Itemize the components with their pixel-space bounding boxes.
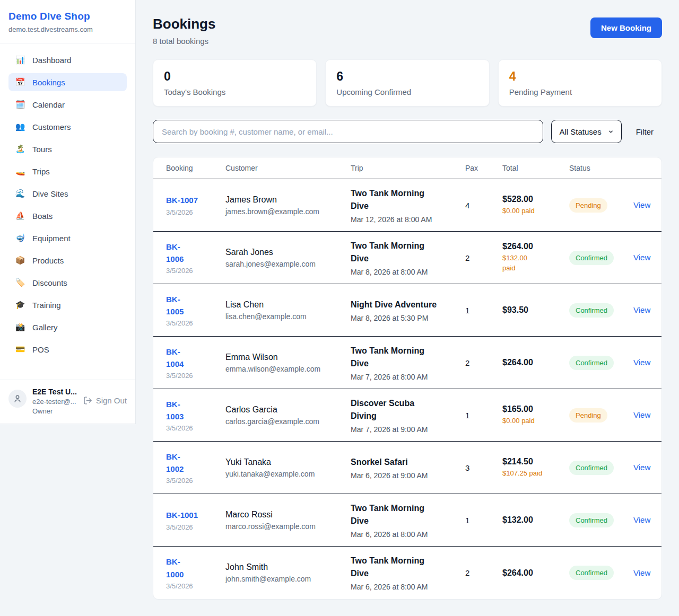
booking-date: 3/5/2026 [166,267,218,275]
stat-value: 6 [336,69,478,84]
trip-name: Two Tank Morning Dive [351,502,458,527]
gallery-icon: 📸 [15,322,25,332]
stat-card: 4 Pending Payment [498,59,662,107]
page-title: Bookings [153,16,215,32]
table-body: BK-1007 3/5/2026 James Brown james.brown… [153,179,661,599]
table-row: BK-1001 3/5/2026 Marco Rossi marco.rossi… [153,494,661,547]
sign-out-label: Sign Out [96,396,127,405]
stats-cards: 0 Today's Bookings 6 Upcoming Confirmed … [153,59,662,107]
sidebar-item-training[interactable]: 🎓 Training [8,296,127,314]
booking-id-link[interactable]: BK- 1006 [166,241,218,266]
customer-name: Yuki Tanaka [225,457,343,467]
view-link[interactable]: View [633,253,650,262]
user-meta: E2E Test U... e2e-tester@... Owner [32,388,77,415]
customer-name: Lisa Chen [225,300,343,310]
view-link[interactable]: View [633,568,650,577]
paid-amount: $132.00 paid [502,253,562,274]
stat-label: Pending Payment [509,87,651,96]
sidebar: Demo Dive Shop demo.test.divestreams.com… [0,0,136,424]
status-badge: Confirmed [569,566,614,580]
search-input[interactable] [153,120,543,143]
sidebar-item-tours[interactable]: 🏝️ Tours [8,140,127,158]
booking-id-link[interactable]: BK-1007 [166,194,218,206]
pax-count: 1 [465,306,502,315]
booking-date: 3/5/2026 [166,523,218,531]
status-badge: Confirmed [569,251,614,265]
sidebar-item-label: Dashboard [32,56,71,65]
sidebar-item-products[interactable]: 📦 Products [8,251,127,269]
booking-id-link[interactable]: BK- 1004 [166,346,218,371]
trip-name: Two Tank Morning Dive [351,187,458,213]
customer-email: sarah.jones@example.com [225,260,343,268]
sidebar-item-boats[interactable]: ⛵ Boats [8,207,127,225]
sidebar-item-equipment[interactable]: 🤿 Equipment [8,229,127,247]
booking-id-link[interactable]: BK- 1005 [166,293,218,318]
status-select-value: All Statuses [559,127,601,136]
sidebar-item-pos[interactable]: 💳 POS [8,340,127,358]
dive-sites-icon: 🌊 [15,189,25,198]
view-link[interactable]: View [633,463,650,472]
table-row: BK- 1005 3/5/2026 Lisa Chen lisa.chen@ex… [153,284,661,337]
view-link[interactable]: View [633,515,650,524]
sidebar-item-label: Calendar [32,100,65,109]
stat-label: Today's Bookings [164,87,306,96]
tours-icon: 🏝️ [15,144,25,154]
view-link[interactable]: View [633,305,650,314]
pax-count: 1 [465,411,502,420]
booking-id-link[interactable]: BK- 1003 [166,398,218,423]
view-link[interactable]: View [633,200,650,209]
stat-card: 6 Upcoming Confirmed [325,59,489,107]
customer-email: marco.rossi@example.com [225,522,343,531]
view-link[interactable]: View [633,358,650,367]
column-header-booking: Booking [166,164,225,172]
paid-amount: $107.25 paid [502,469,562,479]
status-select[interactable]: All Statuses [551,120,621,143]
sidebar-item-discounts[interactable]: 🏷️ Discounts [8,274,127,292]
sidebar-item-bookings[interactable]: 📅 Bookings [8,73,127,91]
trip-date: Mar 8, 2026 at 8:00 AM [351,268,458,276]
sidebar-item-label: Discounts [32,278,67,287]
bookings-icon: 📅 [15,77,25,87]
pax-count: 2 [465,568,502,577]
chevron-down-icon [608,129,614,135]
total-amount: $214.50 [502,457,562,467]
sidebar-item-dive-sites[interactable]: 🌊 Dive Sites [8,184,127,203]
filter-button[interactable]: Filter [636,127,654,136]
sidebar-item-calendar[interactable]: 🗓️ Calendar [8,95,127,113]
view-link[interactable]: View [633,410,650,419]
trip-name: Two Tank Morning Dive [351,345,458,370]
column-header-status: Status [569,164,633,172]
sidebar-item-dashboard[interactable]: 📊 Dashboard [8,51,127,69]
booking-id-link[interactable]: BK- 1000 [166,556,218,580]
sign-out-button[interactable]: Sign Out [83,396,127,405]
total-amount: $165.00 [502,404,562,414]
sidebar-item-gallery[interactable]: 📸 Gallery [8,318,127,336]
avatar [8,390,27,408]
customer-email: yuki.tanaka@example.com [225,470,343,478]
table-row: BK- 1004 3/5/2026 Emma Wilson emma.wilso… [153,337,661,389]
booking-id-link[interactable]: BK-1001 [166,509,218,521]
new-booking-button[interactable]: New Booking [590,17,662,38]
sidebar-item-label: Products [32,256,64,265]
booking-date: 3/5/2026 [166,477,218,485]
sign-out-icon [83,396,92,405]
pax-count: 4 [465,201,502,210]
stat-value: 0 [164,69,306,84]
booking-date: 3/5/2026 [166,319,218,327]
bookings-table: Booking Customer Trip Pax Total Status B… [153,157,662,600]
sidebar-header: Demo Dive Shop demo.test.divestreams.com [0,0,135,43]
sidebar-item-trips[interactable]: 🚤 Trips [8,162,127,180]
trips-icon: 🚤 [15,166,25,176]
booking-id-link[interactable]: BK- 1002 [166,451,218,476]
trip-name: Night Dive Adventure [351,298,458,311]
stat-card: 0 Today's Bookings [153,59,317,107]
status-badge: Confirmed [569,461,614,475]
trip-date: Mar 6, 2026 at 8:00 AM [351,583,458,591]
sidebar-item-label: Bookings [32,78,65,87]
paid-amount: $0.00 paid [502,416,562,426]
sidebar-item-customers[interactable]: 👥 Customers [8,118,127,136]
stat-label: Upcoming Confirmed [336,87,478,96]
pax-count: 2 [465,253,502,262]
sidebar-nav: 📊 Dashboard 📅 Bookings 🗓️ Calendar 👥 Cus… [0,43,135,358]
paid-amount: $0.00 paid [502,206,562,216]
